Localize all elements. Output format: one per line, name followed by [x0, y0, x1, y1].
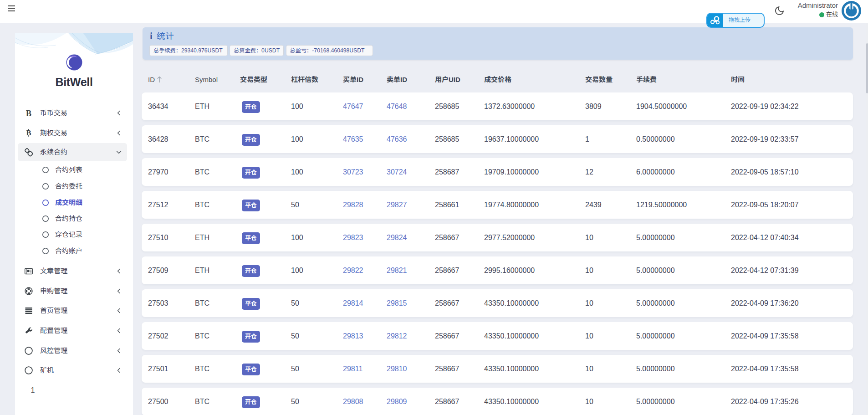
- svg-text:B: B: [26, 109, 31, 118]
